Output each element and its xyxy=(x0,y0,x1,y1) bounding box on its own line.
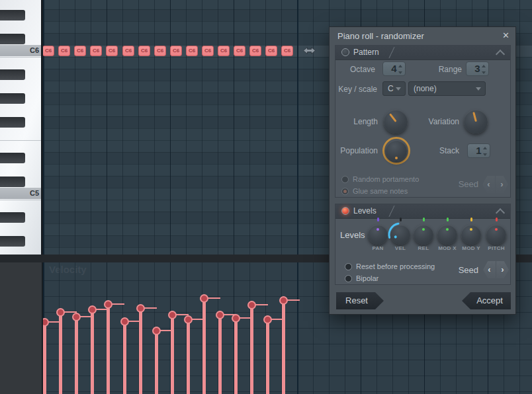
note[interactable]: C6 xyxy=(122,46,134,56)
note[interactable]: C6 xyxy=(186,46,198,56)
velocity-bar-handle[interactable] xyxy=(152,327,161,335)
velocity-bar-handle[interactable] xyxy=(263,315,272,324)
velocity-bar[interactable] xyxy=(250,305,253,394)
pitch-knob[interactable] xyxy=(486,225,506,245)
velocity-grid-hline xyxy=(43,344,532,344)
pattern-seed-next-button[interactable]: › xyxy=(496,176,508,193)
velocity-bar-handle[interactable] xyxy=(43,318,49,327)
note[interactable]: C6 xyxy=(138,46,150,56)
bipolar-radio[interactable] xyxy=(345,275,352,282)
pan-knob[interactable] xyxy=(368,225,388,245)
note[interactable]: C6 xyxy=(90,46,102,56)
note[interactable]: C6 xyxy=(218,46,230,56)
piano-keyboard[interactable]: C6C5 xyxy=(0,0,42,255)
black-key[interactable] xyxy=(0,93,25,104)
glue-same-notes-radio[interactable] xyxy=(341,188,349,195)
note[interactable]: C6 xyxy=(281,46,293,56)
black-key[interactable] xyxy=(0,177,25,187)
note[interactable]: C6 xyxy=(106,46,118,56)
velocity-grid-vline xyxy=(519,262,520,394)
mod-x-knob[interactable] xyxy=(437,225,457,245)
c-key[interactable]: C5 xyxy=(0,188,42,199)
pattern-section: Pattern Octave 4 Range 3 Key / scale C (… xyxy=(335,45,511,198)
velocity-bar-handle[interactable] xyxy=(168,311,177,319)
note[interactable]: C6 xyxy=(249,46,261,56)
velocity-bar-handle[interactable] xyxy=(184,315,193,324)
velocity-bar-handle[interactable] xyxy=(72,313,81,321)
note[interactable]: C6 xyxy=(170,46,182,56)
velocity-bar[interactable] xyxy=(43,322,46,394)
velocity-bar[interactable] xyxy=(107,304,110,394)
velocity-bar[interactable] xyxy=(202,298,206,394)
octave-spinner[interactable]: 4 xyxy=(382,61,406,76)
stack-spinner-arrows-icon[interactable] xyxy=(483,147,488,156)
velocity-bar-handle[interactable] xyxy=(232,314,240,323)
velocity-bar-handle[interactable] xyxy=(200,294,208,303)
velocity-bar-handle[interactable] xyxy=(104,300,112,309)
velocity-bar[interactable] xyxy=(218,315,222,394)
levels-seed-prev-button[interactable]: ‹ xyxy=(483,261,496,278)
grid-vline xyxy=(265,0,266,255)
black-key[interactable] xyxy=(0,236,25,247)
velocity-bar[interactable] xyxy=(139,308,142,394)
accept-button[interactable]: Accept xyxy=(462,292,511,309)
bipolar-label: Bipolar xyxy=(356,274,378,282)
levels-collapse-chevron-icon[interactable] xyxy=(496,208,505,217)
octave-spinner-arrows-icon[interactable] xyxy=(398,65,403,74)
pattern-collapse-chevron-icon[interactable] xyxy=(496,50,505,59)
reset-before-processing-radio[interactable] xyxy=(345,263,352,270)
pattern-enable-led[interactable] xyxy=(341,48,349,56)
velocity-bar[interactable] xyxy=(234,318,238,394)
key-dropdown[interactable]: C xyxy=(382,81,406,96)
note[interactable]: C6 xyxy=(202,46,214,56)
velocity-bar-handle[interactable] xyxy=(247,301,256,309)
reset-button[interactable]: Reset xyxy=(336,292,384,309)
black-key[interactable] xyxy=(0,212,25,223)
velocity-bar[interactable] xyxy=(171,315,174,394)
velocity-bar-handle[interactable] xyxy=(120,317,129,326)
control-target-selector[interactable]: Control xyxy=(0,262,42,394)
velocity-bar-handle[interactable] xyxy=(136,304,145,313)
velocity-bar[interactable] xyxy=(59,312,62,394)
stack-spinner[interactable]: 1 xyxy=(467,143,490,158)
velocity-bar[interactable] xyxy=(282,300,285,394)
levels-enable-led[interactable] xyxy=(341,207,349,215)
note[interactable]: C6 xyxy=(265,46,277,56)
c-key[interactable]: C6 xyxy=(0,45,42,56)
velocity-bar-handle[interactable] xyxy=(279,296,288,305)
range-spinner-arrows-icon[interactable] xyxy=(482,65,486,74)
note[interactable]: C6 xyxy=(234,46,245,56)
note[interactable]: C6 xyxy=(58,46,70,56)
velocity-bar-handle[interactable] xyxy=(216,311,224,319)
note[interactable]: C6 xyxy=(154,46,166,56)
scale-dropdown[interactable]: (none) xyxy=(408,81,486,96)
close-icon[interactable]: ✕ xyxy=(502,30,510,40)
rel-knob[interactable] xyxy=(414,225,433,245)
levels-seed-next-button[interactable]: › xyxy=(496,261,509,278)
octave-value: 4 xyxy=(391,63,396,74)
black-key[interactable] xyxy=(0,10,25,20)
note[interactable]: C6 xyxy=(74,46,86,56)
range-spinner[interactable]: 3 xyxy=(466,61,489,76)
pattern-seed-prev-button[interactable]: ‹ xyxy=(482,176,495,193)
velocity-bar[interactable] xyxy=(155,331,158,394)
velocity-bar-handle[interactable] xyxy=(56,308,65,317)
velocity-bar[interactable] xyxy=(266,319,269,394)
mod-y-knob[interactable] xyxy=(461,225,481,245)
velocity-bar[interactable] xyxy=(187,319,190,394)
population-knob[interactable] xyxy=(386,140,407,161)
velocity-bar[interactable] xyxy=(91,309,94,394)
black-key[interactable] xyxy=(0,69,25,80)
velocity-bar[interactable] xyxy=(123,321,126,394)
black-key[interactable] xyxy=(0,117,25,128)
velocity-bar-handle[interactable] xyxy=(88,305,97,314)
black-key[interactable] xyxy=(0,153,25,163)
grid-vline xyxy=(91,0,91,255)
note[interactable]: C6 xyxy=(43,46,54,56)
length-knob[interactable] xyxy=(384,110,408,134)
black-key[interactable] xyxy=(0,34,25,44)
random-portamento-radio[interactable] xyxy=(341,176,349,183)
variation-knob[interactable] xyxy=(464,110,488,134)
velocity-bar[interactable] xyxy=(75,317,78,394)
seed-prev-icon: ‹ xyxy=(488,264,490,274)
